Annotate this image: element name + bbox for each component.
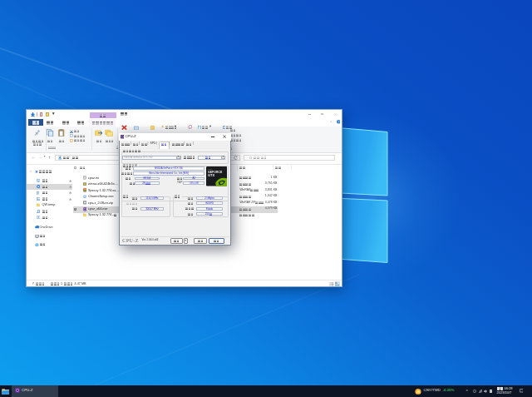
svg-text:?: ? — [337, 121, 339, 124]
svg-text:GTX: GTX — [208, 173, 215, 177]
